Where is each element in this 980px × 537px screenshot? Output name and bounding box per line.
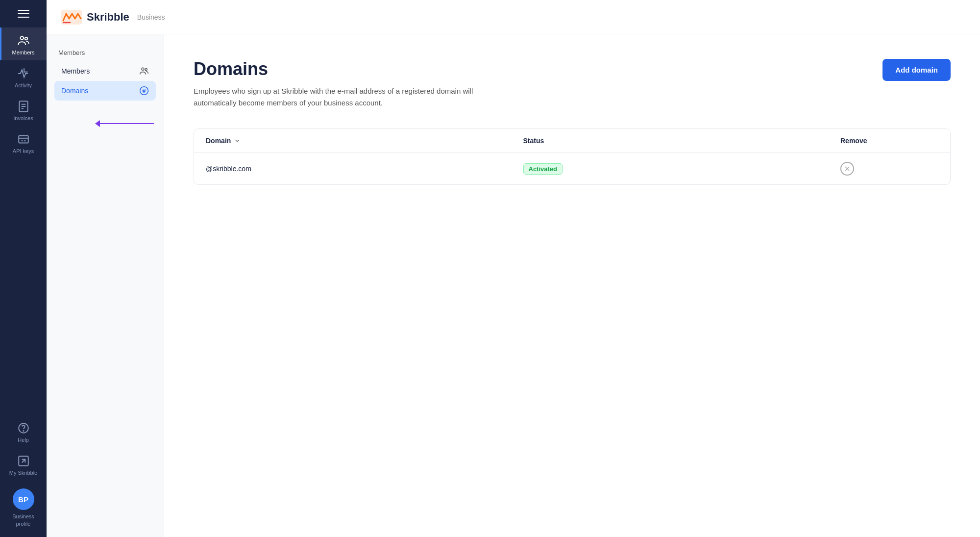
table-header-remove: Remove <box>840 137 938 145</box>
sidebar-item-api-keys-label: API keys <box>13 148 34 154</box>
sidebar-bottom: Help My Skribble BP Business profile <box>0 415 47 537</box>
domains-table: Domain Status Remove @skribble.com <box>194 128 951 185</box>
status-cell: Activated <box>523 163 841 175</box>
logo-sub: Business <box>137 13 165 21</box>
members-icon <box>17 34 30 47</box>
logo-area: Skribble Business <box>61 10 165 25</box>
invoices-icon <box>17 100 30 113</box>
sidebar-item-my-skribble[interactable]: My Skribble <box>0 448 47 481</box>
sort-icon <box>234 137 241 144</box>
add-domain-button[interactable]: Add domain <box>882 59 951 81</box>
body-wrapper: Members Members Domains <box>47 34 980 537</box>
domains-sub-icon: @ <box>139 86 149 96</box>
table-header-domain[interactable]: Domain <box>206 137 523 145</box>
sidebar-nav: Members Activity Invoices <box>0 27 47 415</box>
header-bar: Skribble Business <box>47 0 980 34</box>
sidebar-item-api-keys[interactable]: API keys <box>0 126 47 159</box>
sub-sidebar-domains-label: Domains <box>61 87 88 95</box>
avatar-label: Business profile <box>12 513 34 527</box>
sub-sidebar: Members Members Domains <box>47 34 164 537</box>
content-header: Domains Employees who sign up at Skribbl… <box>194 59 951 109</box>
logo-text: Skribble <box>87 11 129 24</box>
api-keys-icon <box>17 133 30 146</box>
status-badge: Activated <box>523 163 563 175</box>
x-icon <box>843 165 851 173</box>
svg-point-15 <box>142 68 144 70</box>
my-skribble-icon <box>17 455 30 467</box>
hamburger-menu[interactable] <box>0 0 47 27</box>
sub-sidebar-section-title: Members <box>54 49 156 56</box>
sidebar-item-members[interactable]: Members <box>0 27 47 60</box>
sub-sidebar-item-members[interactable]: Members <box>54 61 156 81</box>
table-row: @skribble.com Activated <box>194 153 950 184</box>
page-title: Domains <box>194 59 478 79</box>
remove-circle-icon <box>840 162 854 176</box>
arrow-head <box>95 120 100 127</box>
main-sidebar: Members Activity Invoices <box>0 0 47 537</box>
members-sub-icon <box>139 66 149 76</box>
arrow-line <box>100 123 154 124</box>
hamburger-icon <box>18 10 29 18</box>
domain-cell: @skribble.com <box>206 165 523 173</box>
logo-icon <box>61 10 82 25</box>
table-header-status: Status <box>523 137 841 145</box>
svg-text:@: @ <box>142 88 146 93</box>
activity-icon <box>17 67 30 80</box>
svg-point-10 <box>23 431 24 431</box>
content-title-group: Domains Employees who sign up at Skribbl… <box>194 59 478 109</box>
skribble-logo-svg <box>61 10 82 25</box>
sidebar-item-invoices[interactable]: Invoices <box>0 93 47 126</box>
svg-rect-6 <box>19 135 28 143</box>
sidebar-item-activity-label: Activity <box>15 82 32 88</box>
svg-point-0 <box>20 36 24 40</box>
sidebar-item-help-label: Help <box>18 437 29 443</box>
arrow-annotation <box>96 120 154 127</box>
sidebar-item-my-skribble-label: My Skribble <box>9 470 37 476</box>
remove-cell <box>840 162 938 176</box>
sidebar-item-activity[interactable]: Activity <box>0 60 47 93</box>
sidebar-item-help[interactable]: Help <box>0 415 47 448</box>
top-wrapper: Skribble Business Members Members <box>47 0 980 537</box>
sidebar-item-invoices-label: Invoices <box>13 115 33 121</box>
avatar[interactable]: BP <box>13 488 34 510</box>
help-icon <box>17 422 30 435</box>
sub-sidebar-section-members: Members Members Domains <box>54 49 156 101</box>
main-content: Domains Employees who sign up at Skribbl… <box>164 34 980 537</box>
sub-sidebar-members-label: Members <box>61 67 90 75</box>
svg-point-16 <box>145 69 147 71</box>
page-description: Employees who sign up at Skribble with t… <box>194 85 478 109</box>
sub-sidebar-item-domains[interactable]: Domains @ <box>54 81 156 101</box>
table-header: Domain Status Remove <box>194 129 950 153</box>
svg-point-1 <box>24 37 27 40</box>
sidebar-item-members-label: Members <box>12 50 35 55</box>
remove-button[interactable] <box>840 162 854 176</box>
